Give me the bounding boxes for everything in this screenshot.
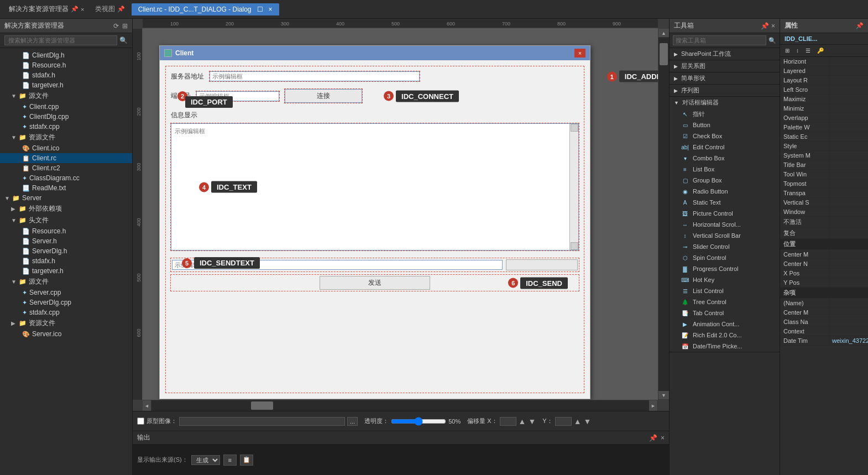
- props-val-classna[interactable]: [830, 317, 868, 326]
- editor-vertical-scrollbar[interactable]: ▲ ▼: [658, 29, 669, 400]
- props-val-maximiz[interactable]: [830, 95, 868, 103]
- tree-item-clientdlg-cpp[interactable]: ✦ ClientDlg.cpp: [0, 112, 132, 122]
- scroll-up-btn[interactable]: ▲: [571, 124, 578, 132]
- tree-item-server-h[interactable]: 📄 Server.h: [0, 236, 132, 246]
- toolbox-item-button[interactable]: ▭ Button: [670, 119, 780, 131]
- output-icon-1[interactable]: ≡: [223, 455, 237, 466]
- props-val-transpa[interactable]: [830, 189, 868, 197]
- toolbox-pin-icon[interactable]: 📌: [761, 22, 769, 30]
- props-val-layered[interactable]: [830, 66, 868, 75]
- scroll-up-button[interactable]: ▲: [658, 29, 669, 38]
- tree-item-clientdlg-h[interactable]: 📄 ClientDlg.h: [0, 50, 132, 60]
- toolbox-item-listcontrol[interactable]: ☰ List Control: [670, 285, 780, 296]
- tree-item-client-rc[interactable]: 📋 Client.rc: [0, 153, 132, 163]
- tree-item-resource-h[interactable]: 📄 Resource.h: [0, 60, 132, 70]
- toolbox-item-radiobutton[interactable]: ◉ Radio Button: [670, 186, 780, 197]
- scroll-down-btn[interactable]: ▼: [571, 242, 578, 250]
- properties-pin-icon[interactable]: 📌: [856, 22, 864, 29]
- tree-item-server-ico[interactable]: 🎨 Server.ico: [0, 329, 132, 339]
- toolbox-item-editcontrol[interactable]: ab| Edit Control: [670, 142, 780, 153]
- output-pin-icon[interactable]: 📌: [649, 434, 657, 442]
- props-val-verticals[interactable]: [830, 198, 868, 207]
- opacity-slider[interactable]: [391, 417, 446, 426]
- toolbox-item-statictext[interactable]: A Static Text: [670, 197, 780, 208]
- props-val-notactive[interactable]: [830, 217, 868, 227]
- props-val-minimiz[interactable]: [830, 104, 868, 113]
- toolbox-item-treecontrol[interactable]: 🌲 Tree Control: [670, 296, 780, 307]
- output-source-select[interactable]: 生成: [191, 455, 220, 465]
- offset-y-input[interactable]: 0: [555, 417, 572, 426]
- tree-item-headers[interactable]: ▼ 📁 头文件: [0, 215, 132, 226]
- tree-item-serverdlg-cpp[interactable]: ✦ ServerDlg.cpp: [0, 297, 132, 307]
- browse-button[interactable]: ...: [347, 417, 358, 426]
- props-val-ypos[interactable]: [830, 278, 868, 287]
- tree-item-source-files-1[interactable]: ▼ 📁 源文件: [0, 90, 132, 102]
- toolbox-item-animation[interactable]: ▶ Animation Cont...: [670, 319, 780, 330]
- solution-explorer-close-icon[interactable]: ×: [81, 6, 84, 13]
- output-close-icon[interactable]: ×: [661, 434, 665, 442]
- props-toolbar-btn-grid[interactable]: ⊞: [782, 46, 792, 55]
- class-view-pin-icon[interactable]: 📌: [117, 6, 125, 12]
- solution-search-input[interactable]: [4, 35, 117, 45]
- toolbox-search-icon[interactable]: 🔍: [768, 37, 776, 44]
- toolbox-section-sequence-header[interactable]: ▶ 序列图: [670, 85, 780, 96]
- solution-explorer-pin-icon[interactable]: 📌: [71, 6, 79, 13]
- tree-item-stdafx-h2[interactable]: 📄 stdafx.h: [0, 256, 132, 266]
- props-toolbar-btn-key[interactable]: 🔑: [814, 46, 827, 55]
- toolbox-item-pointer[interactable]: ↖ 指针: [670, 108, 780, 119]
- tree-item-resource-files-2[interactable]: ▶ 📁 资源文件: [0, 317, 132, 329]
- toolbox-item-hscroll[interactable]: ↔ Horizontal Scrol...: [670, 219, 780, 230]
- tree-item-stdafx-cpp2[interactable]: ✦ stdafx.cpp: [0, 307, 132, 317]
- tree-item-client-rc2[interactable]: 📋 Client.rc2: [0, 163, 132, 173]
- props-val-style[interactable]: [830, 142, 868, 150]
- props-val-xpos[interactable]: [830, 269, 868, 278]
- toolbox-item-datetimepicker[interactable]: 📅 Date/Time Picke...: [670, 341, 780, 352]
- toolbox-search-input[interactable]: [673, 35, 766, 45]
- offset-y-spin-down[interactable]: ▼: [584, 417, 592, 426]
- tree-item-serverdlg-h[interactable]: 📄 ServerDlg.h: [0, 246, 132, 256]
- props-val-systemm[interactable]: [830, 151, 868, 160]
- props-val-overlapp[interactable]: [830, 113, 868, 122]
- props-val-name1[interactable]: [830, 299, 868, 307]
- active-tab-close-icon[interactable]: ×: [269, 6, 273, 13]
- tree-item-resource-files-1[interactable]: ▼ 📁 资源文件: [0, 132, 132, 143]
- active-tab-pin-icon[interactable]: ☐: [257, 6, 263, 13]
- toolbox-section-simple-header[interactable]: ▶ 简单形状: [670, 72, 780, 84]
- toolbox-item-progress[interactable]: ▓ Progress Control: [670, 263, 780, 274]
- props-val-leftscro[interactable]: [830, 85, 868, 94]
- toolbox-item-picturecontrol[interactable]: 🖼 Picture Control: [670, 208, 780, 219]
- scroll-right-button[interactable]: ►: [649, 400, 658, 411]
- props-val-name2[interactable]: [830, 308, 868, 317]
- toolbox-item-hotkey[interactable]: ⌨ Hot Key: [670, 274, 780, 285]
- scroll-left-button[interactable]: ◄: [143, 400, 151, 411]
- idc-connect-button[interactable]: 连接: [285, 89, 362, 103]
- props-val-datetim[interactable]: weixin_43722052: [830, 336, 868, 345]
- props-val-compound[interactable]: [830, 228, 868, 238]
- prototype-path-input[interactable]: [179, 417, 345, 426]
- scroll-down-button[interactable]: ▼: [658, 391, 669, 400]
- editor-horizontal-scrollbar[interactable]: ◄ ►: [143, 400, 658, 411]
- props-val-toolwin[interactable]: [830, 170, 868, 179]
- tree-item-stdafx-cpp1[interactable]: ✦ stdafx.cpp: [0, 122, 132, 132]
- tree-item-server[interactable]: ▼ 📁 Server: [0, 193, 132, 203]
- toolbox-item-slider[interactable]: ⊸ Slider Control: [670, 241, 780, 252]
- toolbox-item-groupbox[interactable]: ▢ Group Box: [670, 175, 780, 186]
- idc-addr-input[interactable]: [210, 71, 420, 81]
- toolbox-item-tabcontrol[interactable]: 📑 Tab Control: [670, 307, 780, 319]
- toolbox-item-richedit[interactable]: 📝 Rich Edit 2.0 Co...: [670, 330, 780, 341]
- scroll-thumb-v[interactable]: [660, 43, 668, 65]
- tree-item-resource-h2[interactable]: 📄 Resource.h: [0, 226, 132, 236]
- props-val-context[interactable]: [830, 327, 868, 336]
- tree-item-external[interactable]: ▶ 📁 外部依赖项: [0, 203, 132, 215]
- offset-y-spin-up[interactable]: ▲: [574, 417, 582, 426]
- output-icon-2[interactable]: 📋: [240, 455, 253, 466]
- tree-item-server-cpp[interactable]: ✦ Server.cpp: [0, 288, 132, 297]
- tree-item-targetver-h[interactable]: 📄 targetver.h: [0, 80, 132, 90]
- sync-icon[interactable]: ⟳: [113, 22, 119, 30]
- props-val-horizont[interactable]: [830, 57, 868, 66]
- toolbox-item-vscroll[interactable]: ↕ Vertical Scroll Bar: [670, 230, 780, 241]
- class-view-tab[interactable]: 类视图 📌: [91, 2, 129, 16]
- dialog-close-button[interactable]: ×: [574, 49, 585, 58]
- tree-item-readme[interactable]: 📃 ReadMe.txt: [0, 183, 132, 193]
- scroll-thumb-h[interactable]: [251, 401, 273, 410]
